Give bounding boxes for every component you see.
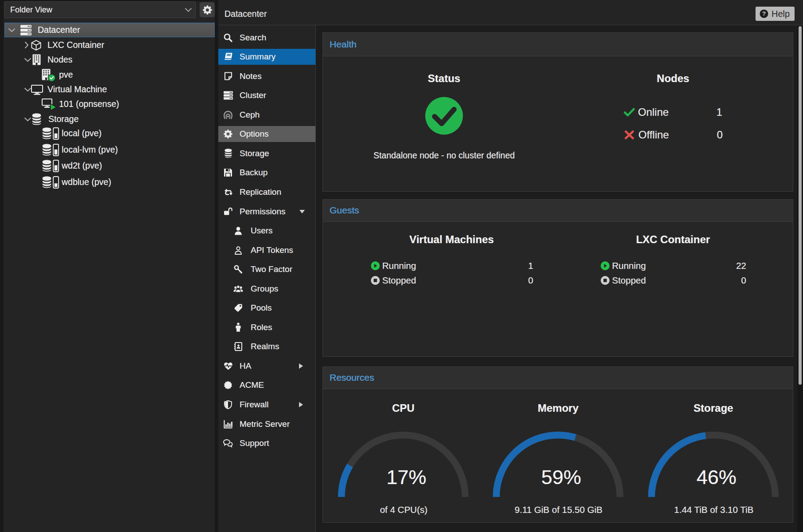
- svg-text:?: ?: [762, 10, 766, 17]
